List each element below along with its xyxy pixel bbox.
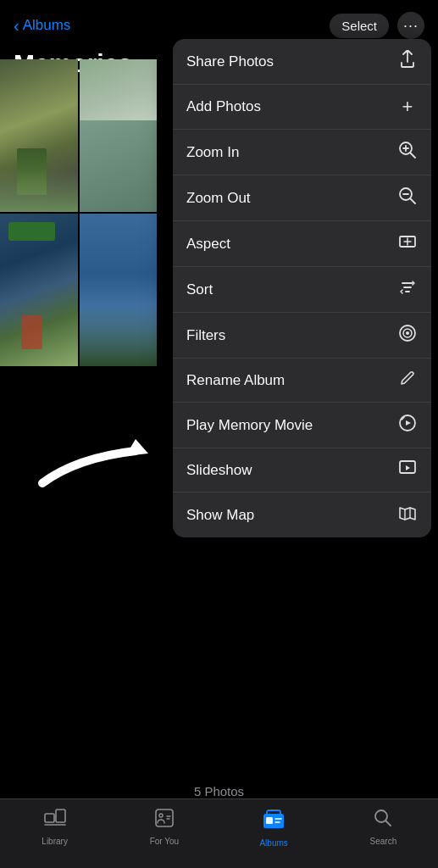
menu-label-share-photos: Share Photos [186, 53, 274, 70]
svg-rect-14 [266, 817, 273, 824]
slideshow-icon [397, 459, 418, 481]
tab-for-you-label: For You [150, 837, 179, 846]
menu-item-zoom-out[interactable]: Zoom Out [173, 175, 431, 221]
photos-count: 5 Photos [0, 784, 438, 798]
menu-item-show-map[interactable]: Show Map [173, 492, 431, 537]
share-icon [397, 50, 418, 73]
svg-point-12 [159, 814, 163, 817]
pencil-icon [397, 370, 418, 391]
menu-item-share-photos[interactable]: Share Photos [173, 39, 431, 85]
menu-label-rename-album: Rename Album [186, 372, 285, 389]
menu-label-show-map: Show Map [186, 507, 254, 524]
menu-item-rename-album[interactable]: Rename Album [173, 359, 431, 403]
photo-grid [0, 59, 157, 366]
tab-search[interactable]: Search [349, 808, 417, 846]
tab-library[interactable]: Library [21, 808, 89, 846]
more-button[interactable]: ··· [397, 12, 424, 39]
aspect-icon [397, 232, 418, 255]
zoom-out-icon [397, 186, 418, 209]
back-chevron-icon: ‹ [14, 17, 19, 34]
tab-albums-label: Albums [259, 838, 287, 848]
back-button[interactable]: ‹ Albums [14, 17, 70, 34]
svg-marker-8 [125, 439, 148, 456]
search-icon [373, 808, 393, 833]
filters-icon [397, 324, 418, 347]
map-icon [397, 504, 418, 526]
menu-item-filters[interactable]: Filters [173, 313, 431, 359]
menu-label-aspect: Aspect [186, 236, 230, 253]
photo-cell-3[interactable] [0, 214, 78, 366]
sort-icon [397, 278, 418, 301]
svg-rect-10 [56, 810, 65, 822]
photo-cell-1[interactable] [0, 59, 78, 212]
svg-point-5 [406, 331, 409, 335]
svg-rect-11 [156, 810, 173, 826]
menu-item-aspect[interactable]: Aspect [173, 221, 431, 267]
menu-item-zoom-in[interactable]: Zoom In [173, 130, 431, 175]
menu-label-filters: Filters [186, 327, 225, 344]
menu-label-add-photos: Add Photos [186, 98, 261, 115]
for-you-icon [154, 808, 175, 833]
more-dots-icon: ··· [403, 17, 419, 35]
library-icon [44, 808, 66, 833]
menu-label-zoom-out: Zoom Out [186, 190, 251, 207]
tab-library-label: Library [42, 837, 68, 846]
back-label: Albums [23, 17, 71, 34]
menu-label-slideshow: Slideshow [186, 462, 252, 479]
tab-bar: Library For You Albums [0, 798, 438, 868]
menu-label-sort: Sort [186, 281, 213, 298]
select-button[interactable]: Select [330, 14, 389, 38]
tab-for-you[interactable]: For You [130, 808, 198, 846]
menu-item-slideshow[interactable]: Slideshow [173, 448, 431, 492]
photo-cell-4[interactable] [80, 214, 158, 366]
tab-albums[interactable]: Albums [240, 808, 308, 848]
menu-item-play-memory-movie[interactable]: Play Memory Movie [173, 403, 431, 448]
menu-item-add-photos[interactable]: Add Photos + [173, 85, 431, 130]
menu-item-sort[interactable]: Sort [173, 267, 431, 313]
context-menu: Share Photos Add Photos + Zoom In Zoom O… [173, 39, 431, 537]
albums-icon [262, 808, 286, 835]
tab-search-label: Search [370, 837, 397, 846]
play-memory-icon [397, 414, 418, 437]
top-actions: Select ··· [330, 12, 424, 39]
arrow-annotation [25, 407, 161, 495]
menu-label-play-memory-movie: Play Memory Movie [186, 417, 313, 434]
zoom-in-icon [397, 141, 418, 164]
photo-cell-2[interactable] [80, 59, 158, 212]
menu-label-zoom-in: Zoom In [186, 144, 239, 161]
svg-rect-9 [45, 814, 54, 822]
plus-icon: + [397, 96, 418, 118]
